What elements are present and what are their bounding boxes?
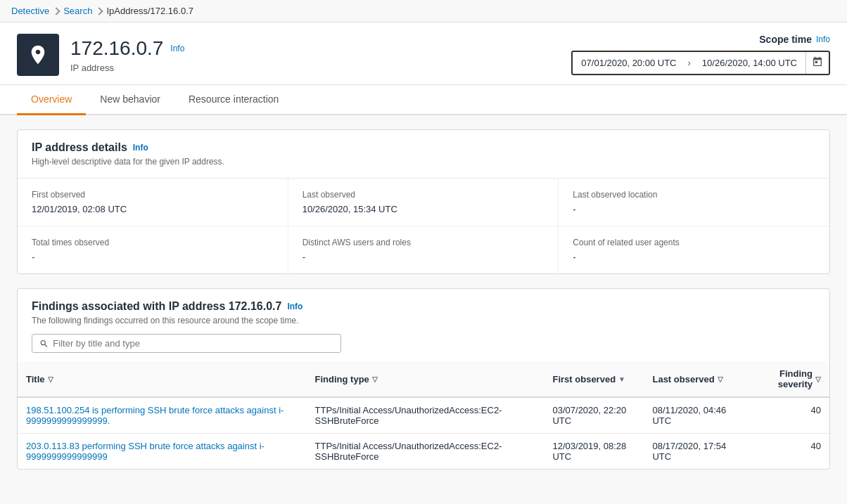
filter-bar <box>18 334 829 361</box>
page-info-link[interactable]: Info <box>170 44 184 53</box>
detail-value-total-times: - <box>32 252 274 262</box>
ip-address-icon <box>17 34 59 76</box>
findings-header: Findings associated with IP address 172.… <box>18 289 829 334</box>
findings-info-link[interactable]: Info <box>287 302 302 311</box>
scope-time-end: 10/26/2020, 14:00 UTC <box>694 53 805 72</box>
findings-description: The following findings occurred on this … <box>32 316 815 325</box>
cell-severity-1: 40 <box>744 434 829 470</box>
col-finding-type-label: Finding type <box>315 374 369 385</box>
col-severity[interactable]: Finding severity ▽ <box>744 361 829 397</box>
col-last-observed-sort-icon: ▽ <box>718 375 723 383</box>
finding-link-1[interactable]: 203.0.113.83 performing SSH brute force … <box>26 441 265 462</box>
ip-details-grid: First observed 12/01/2019, 02:08 UTC Las… <box>18 179 829 273</box>
tab-overview[interactable]: Overview <box>17 85 86 115</box>
cell-last-observed-0: 08/11/2020, 04:46 UTC <box>644 397 743 434</box>
location-pin-icon <box>27 44 49 66</box>
col-severity-sort-icon: ▽ <box>815 375 821 383</box>
findings-table-head: Title ▽ Finding type ▽ First observed <box>18 361 829 397</box>
scope-time-info-link[interactable]: Info <box>816 34 830 44</box>
col-title-sort-icon: ▽ <box>48 375 53 383</box>
page-title-block: 172.16.0.7 Info IP address <box>70 37 184 73</box>
tab-new-behavior[interactable]: New behavior <box>86 85 174 115</box>
cell-first-observed-1: 12/03/2019, 08:28 UTC <box>544 434 644 470</box>
tabs-nav: Overview New behavior Resource interacti… <box>0 85 847 115</box>
ip-details-title: IP address details Info <box>32 141 815 154</box>
ip-details-card: IP address details Info High-level descr… <box>17 129 830 274</box>
scope-time-range[interactable]: 07/01/2020, 20:00 UTC › 10/26/2020, 14:0… <box>571 51 830 75</box>
findings-title: Findings associated with IP address 172.… <box>32 300 815 313</box>
cell-finding-type-0: TTPs/Initial Access/UnauthorizedAccess:E… <box>307 397 544 434</box>
finding-link-0[interactable]: 198.51.100.254 is performing SSH brute f… <box>26 405 284 426</box>
breadcrumb-search-link[interactable]: Search <box>63 6 92 16</box>
breadcrumb-current: IpAddress/172.16.0.7 <box>106 6 193 16</box>
detail-label-last-location: Last observed location <box>573 190 815 200</box>
detail-value-user-agents: - <box>573 252 815 262</box>
detail-value-aws-users: - <box>302 252 544 262</box>
findings-table-body: 198.51.100.254 is performing SSH brute f… <box>18 397 829 469</box>
ip-details-header: IP address details Info High-level descr… <box>18 130 829 179</box>
col-title-label: Title <box>26 374 45 385</box>
page-subtitle: IP address <box>70 63 184 73</box>
col-first-observed[interactable]: First observed ▼ <box>544 361 644 397</box>
tab-resource-interaction[interactable]: Resource interaction <box>174 85 293 115</box>
detail-label-total-times: Total times observed <box>32 238 274 247</box>
ip-address-title: 172.16.0.7 <box>70 37 163 60</box>
cell-last-observed-1: 08/17/2020, 17:54 UTC <box>644 434 743 470</box>
detail-label-aws-users: Distinct AWS users and roles <box>302 238 544 247</box>
cell-title-1: 203.0.113.83 performing SSH brute force … <box>18 434 307 470</box>
scope-time-label: Scope time <box>759 34 812 45</box>
detail-cell-total-times: Total times observed - <box>18 226 288 273</box>
findings-card: Findings associated with IP address 172.… <box>17 288 830 470</box>
col-last-observed[interactable]: Last observed ▽ <box>644 361 743 397</box>
detail-value-last-location: - <box>573 204 815 214</box>
detail-cell-first-observed: First observed 12/01/2019, 02:08 UTC <box>18 179 288 226</box>
col-first-observed-label: First observed <box>552 374 616 385</box>
detail-cell-last-observed: Last observed 10/26/2020, 15:34 UTC <box>288 179 559 226</box>
col-severity-label: Finding severity <box>752 368 813 389</box>
page-title: 172.16.0.7 Info <box>70 37 184 60</box>
breadcrumb-sep-2 <box>96 7 103 15</box>
scope-time-arrow: › <box>685 58 694 68</box>
col-first-observed-sort-icon: ▼ <box>618 375 625 383</box>
calendar-button[interactable] <box>805 52 829 74</box>
cell-first-observed-0: 03/07/2020, 22:20 UTC <box>544 397 644 434</box>
page-header-left: 172.16.0.7 Info IP address <box>17 34 184 76</box>
breadcrumb: Detective Search IpAddress/172.16.0.7 <box>0 0 847 22</box>
col-finding-type-sort-icon: ▽ <box>372 375 378 383</box>
calendar-icon <box>812 56 823 67</box>
detail-value-last-observed: 10/26/2020, 15:34 UTC <box>302 204 544 214</box>
breadcrumb-sep-1 <box>53 7 60 15</box>
col-finding-type[interactable]: Finding type ▽ <box>307 361 544 397</box>
filter-input-wrapper[interactable] <box>32 334 341 353</box>
page-header: 172.16.0.7 Info IP address Scope time In… <box>0 22 847 85</box>
ip-details-info-link[interactable]: Info <box>133 143 148 153</box>
detail-label-first-observed: First observed <box>32 190 274 200</box>
scope-time-start: 07/01/2020, 20:00 UTC <box>573 53 684 72</box>
cell-title-0: 198.51.100.254 is performing SSH brute f… <box>18 397 307 434</box>
col-last-observed-label: Last observed <box>652 374 714 385</box>
scope-time-header: Scope time Info <box>571 34 830 45</box>
col-title[interactable]: Title ▽ <box>18 361 307 397</box>
detail-cell-last-location: Last observed location - <box>559 179 829 226</box>
detail-cell-user-agents: Count of related user agents - <box>559 226 829 273</box>
filter-input[interactable] <box>53 338 333 349</box>
findings-table: Title ▽ Finding type ▽ First observed <box>18 361 829 469</box>
findings-table-header-row: Title ▽ Finding type ▽ First observed <box>18 361 829 397</box>
cell-severity-0: 40 <box>744 397 829 434</box>
ip-details-description: High-level descriptive data for the give… <box>32 157 815 167</box>
breadcrumb-detective-link[interactable]: Detective <box>11 6 49 16</box>
cell-finding-type-1: TTPs/Initial Access/UnauthorizedAccess:E… <box>307 434 544 470</box>
search-icon <box>39 339 49 349</box>
detail-cell-aws-users: Distinct AWS users and roles - <box>288 226 559 273</box>
main-content: IP address details Info High-level descr… <box>0 115 847 498</box>
detail-label-last-observed: Last observed <box>302 190 544 200</box>
scope-time-panel: Scope time Info 07/01/2020, 20:00 UTC › … <box>571 34 830 75</box>
detail-value-first-observed: 12/01/2019, 02:08 UTC <box>32 204 274 214</box>
table-row: 198.51.100.254 is performing SSH brute f… <box>18 397 829 434</box>
detail-label-user-agents: Count of related user agents <box>573 238 815 247</box>
findings-title-text: Findings associated with IP address 172.… <box>32 300 281 313</box>
ip-details-title-text: IP address details <box>32 141 127 154</box>
table-row: 203.0.113.83 performing SSH brute force … <box>18 434 829 470</box>
